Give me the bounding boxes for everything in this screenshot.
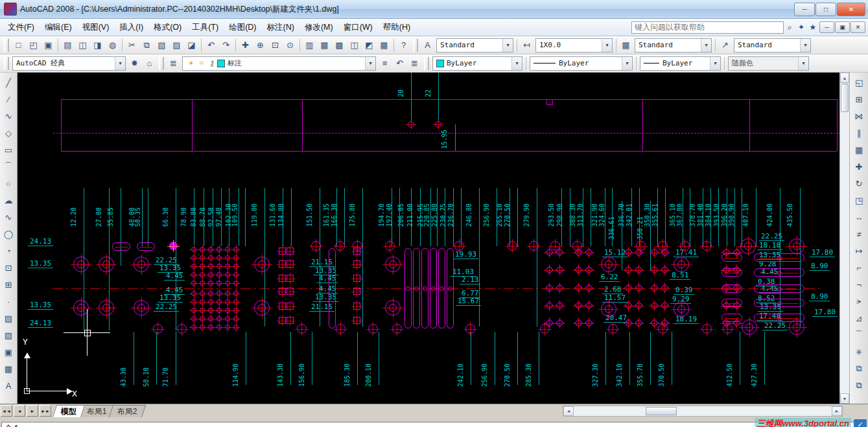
minimize-button[interactable]: ─ [794,3,815,16]
menu-8[interactable]: 修改(M) [299,20,338,35]
markup-set-manager-icon[interactable]: ◩ [362,38,377,52]
properties-icon[interactable]: ▥ [302,38,317,52]
menu-2[interactable]: 视图(V) [77,20,115,35]
workspace-combo[interactable]: AutoCAD 经典 ▼ [12,56,126,71]
toolbar-grip[interactable] [4,57,9,70]
lineweight-combo[interactable]: ByLayer ▼ [640,56,721,71]
line-icon[interactable]: ╱ [1,74,16,91]
chevron-down-icon[interactable]: ▼ [701,39,711,52]
arc-icon[interactable]: ⌒ [1,158,16,175]
scroll-left-button[interactable]: ◄ [563,406,574,416]
menu-3[interactable]: 插入(I) [114,20,148,35]
menu-5[interactable]: 工具(T) [187,20,224,35]
tool-palettes-icon[interactable]: ▩ [332,38,347,52]
mleader-style-combo[interactable]: Standard ▼ [734,38,811,52]
layer-properties-manager-icon[interactable]: ≣ [166,56,181,71]
erase-icon[interactable]: ◱ [851,74,867,91]
circle-icon[interactable]: ○ [1,175,16,192]
array-icon[interactable]: ▦ [851,141,867,158]
menu-4[interactable]: 格式(O) [148,20,187,35]
mtext-icon[interactable]: A [1,377,16,394]
etransmit-icon[interactable]: ◍ [105,38,120,52]
match-properties-icon[interactable]: ▨ [169,38,184,52]
chevron-down-icon[interactable]: ▼ [622,57,632,70]
rotate-icon[interactable]: ↻ [851,175,867,192]
copy-object-icon[interactable]: ⊞ [851,91,867,108]
zoom-previous-icon[interactable]: ⊙ [283,38,298,52]
menu-1[interactable]: 编辑(E) [40,20,77,35]
block-editor-icon[interactable]: ◪ [184,38,199,52]
help-icon[interactable]: ? [396,38,411,52]
offset-icon[interactable]: ∥ [851,124,867,141]
table-icon[interactable]: ▦ [1,360,16,377]
text-style-icon[interactable]: A [420,38,435,52]
break-at-point-icon[interactable]: ⌐ [851,259,867,276]
ellipse-arc-icon[interactable]: ◔ [1,242,16,259]
layer-color-swatch[interactable] [217,60,225,67]
search-icon[interactable]: ⌕ [784,21,795,33]
make-object-layer-current-icon[interactable]: ≡ [377,56,392,71]
help-search-input[interactable] [631,21,784,34]
join-icon[interactable]: ⪫ [851,293,867,310]
mdi-close-button[interactable]: ✕ [850,21,865,33]
my-workspace-icon[interactable]: ⌂ [142,56,157,71]
make-block-icon[interactable]: ⊞ [1,276,16,293]
tab-next-button[interactable]: ► [27,405,38,417]
close-button[interactable]: ✕ [837,3,865,16]
sheet-set-manager-icon[interactable]: ◫ [347,38,362,52]
chevron-down-icon[interactable]: ▼ [502,39,513,52]
maximize-button[interactable]: □ [815,3,836,16]
point-icon[interactable]: · [1,293,16,310]
drawing-canvas[interactable]: 202215.9512.2027.0035.8548.0050.3566.307… [18,73,839,404]
layer-unlock-icon[interactable]: ⚷ [207,56,217,71]
publish-icon[interactable]: ◨ [90,38,105,52]
new-file-icon[interactable]: □ [11,38,26,52]
fillet-icon[interactable]: ⌒ [851,327,867,343]
cut-icon[interactable]: ✂ [124,38,139,52]
chevron-down-icon[interactable]: ▼ [798,57,808,70]
chevron-down-icon[interactable]: ▼ [115,57,125,70]
menu-6[interactable]: 绘图(D) [224,20,261,35]
undo-icon[interactable]: ↶ [204,38,218,52]
tab-last-button[interactable]: ►► [40,405,51,417]
trim-icon[interactable]: ≠ [851,225,867,242]
draworder-back-icon[interactable]: ⧉ [851,377,867,394]
revision-cloud-icon[interactable]: ☁ [1,192,16,209]
tab-first-button[interactable]: ◄◄ [1,405,12,417]
favorites-star-icon[interactable]: ★ [807,21,819,33]
dim-style-combo[interactable]: 1X0.0 ▼ [535,38,613,52]
color-combo[interactable]: ByLayer ▼ [432,56,522,71]
polyline-icon[interactable]: ∿ [1,108,16,124]
plot-preview-icon[interactable]: ◫ [75,38,90,52]
ellipse-icon[interactable]: ◯ [1,225,16,242]
scroll-down-button[interactable]: ▼ [840,393,849,404]
region-icon[interactable]: ▣ [1,343,16,360]
toolbar-grip[interactable] [413,39,418,52]
extend-icon[interactable]: ↦ [851,242,867,259]
rectangle-icon[interactable]: ▭ [1,141,16,158]
menu-7[interactable]: 标注(N) [262,20,299,35]
layer-on-bulb-icon[interactable]: ☀ [186,56,196,71]
layer-combo[interactable]: ☀ ☼ ⚷ 标注 ▼ [182,56,376,71]
mirror-icon[interactable]: ⋈ [851,108,867,124]
paste-icon[interactable]: ▧ [154,38,169,52]
layer-previous-icon[interactable]: ↶ [392,56,407,71]
break-icon[interactable]: ¬ [851,276,867,293]
spline-icon[interactable]: ∿ [1,209,16,225]
tab-prev-button[interactable]: ◄ [14,405,25,417]
chamfer-icon[interactable]: ⊿ [851,310,867,327]
vertical-scrollbar[interactable]: ▲ ▼ [839,73,849,404]
tab-模型[interactable]: 模型 [53,405,85,417]
open-file-icon[interactable]: ◰ [26,38,41,52]
horizontal-scroll-thumb[interactable] [646,407,677,415]
scale-icon[interactable]: ◳ [851,192,867,209]
title-bar[interactable]: AutoCAD 2008 - [C:\Users\Administrator.P… [0,0,868,19]
mdi-restore-button[interactable]: ▣ [835,21,850,33]
stretch-icon[interactable]: ↔ [851,209,867,225]
hatch-icon[interactable]: ▨ [1,310,16,327]
chevron-down-icon[interactable]: ▼ [365,57,375,70]
layer-states-manager-icon[interactable]: ≣ [407,56,422,71]
linetype-combo[interactable]: ByLayer ▼ [530,56,633,71]
tab-布局2[interactable]: 布局2 [109,405,146,417]
mdi-minimize-button[interactable]: ─ [819,21,834,33]
